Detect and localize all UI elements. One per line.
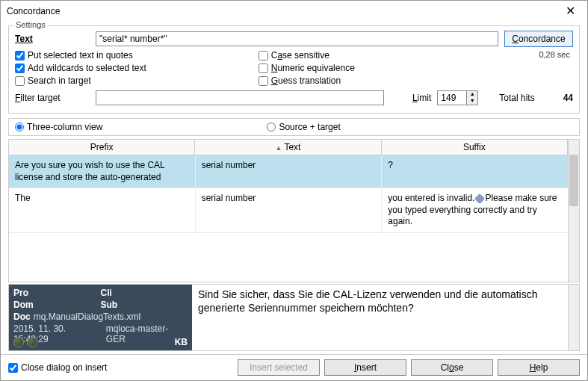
guess-trans-checkbox[interactable]: Guess translation (259, 75, 355, 86)
search-input[interactable] (96, 31, 498, 46)
put-quotes-checkbox[interactable]: Put selected text in quotes (15, 50, 146, 61)
cell-prefix: The (9, 188, 196, 232)
three-column-radio[interactable]: Three-column view (15, 122, 102, 132)
table-row[interactable]: The serial number you entered is invalid… (9, 188, 568, 233)
spin-up-icon[interactable]: ▲ (467, 91, 477, 98)
view-mode-row: Three-column view Source + target (8, 118, 580, 136)
cell-text: serial number (196, 155, 383, 188)
numeric-eq-checkbox[interactable]: Numeric equivalence (259, 63, 355, 73)
close-button[interactable]: Close (411, 359, 493, 376)
limit-label: Limit (412, 93, 431, 103)
limit-input[interactable] (437, 90, 467, 105)
timing-label: 0,28 sec (498, 50, 573, 59)
insert-selected-button[interactable]: Insert selected (238, 359, 320, 376)
spin-down-icon[interactable]: ▼ (467, 98, 477, 105)
meta-doc-label: Doc (13, 312, 31, 322)
search-target-checkbox[interactable]: Search in target (15, 75, 146, 86)
concordance-button[interactable]: Concordance (504, 31, 573, 47)
add-wildcards-checkbox[interactable]: Add wildcards to selected text (15, 63, 146, 73)
col-text[interactable]: Text (195, 140, 381, 155)
source-target-radio[interactable]: Source + target (267, 122, 340, 132)
window-title: Concordance (7, 6, 60, 16)
limit-stepper[interactable]: ▲▼ (437, 90, 478, 105)
meta-kb-label: KB (175, 337, 188, 347)
help-button[interactable]: Help (498, 359, 580, 376)
insert-button[interactable]: Insert (324, 359, 406, 376)
translation-scrollbar[interactable] (568, 285, 579, 350)
col-suffix[interactable]: Suffix (382, 140, 568, 155)
meta-cli-label: Cli (101, 288, 125, 298)
globe-icon (27, 337, 37, 347)
cell-suffix: ? (382, 155, 568, 188)
col-prefix[interactable]: Prefix (9, 140, 195, 155)
cell-suffix: you entered is invalid.Please make sure … (382, 188, 568, 232)
meta-dom-label: Dom (13, 300, 37, 310)
filter-label: Filter target (15, 93, 90, 103)
metadata-panel: Pro Cli Dom Sub Docmq.ManualDialogTexts.… (9, 285, 192, 350)
globe-icon (13, 337, 24, 347)
settings-group: Settings Text Concordance Put selected t… (8, 25, 580, 114)
results-table: Prefix Text Suffix Are you sure you wish… (8, 139, 580, 282)
detail-area: Pro Cli Dom Sub Docmq.ManualDialogTexts.… (8, 284, 580, 351)
case-sensitive-checkbox[interactable]: Case sensitive (259, 50, 355, 61)
text-label: Text (15, 34, 90, 44)
filter-input[interactable] (96, 90, 384, 105)
cell-prefix: Are you sure you wish to use the CAL lic… (9, 155, 196, 188)
total-hits-label: Total hits (499, 93, 534, 103)
table-scrollbar[interactable] (568, 155, 579, 282)
cell-text: serial number (196, 188, 383, 232)
settings-legend: Settings (13, 20, 48, 29)
close-icon[interactable]: ✕ (560, 4, 581, 18)
meta-sub-label: Sub (101, 300, 125, 310)
close-on-insert-checkbox[interactable]: Close dialog on insert (8, 362, 107, 373)
meta-doc-value: mq.ManualDialogTexts.xml (34, 312, 140, 322)
meta-pro-label: Pro (13, 288, 37, 298)
table-row[interactable]: Are you sure you wish to use the CAL lic… (9, 155, 568, 188)
total-hits-value: 44 (563, 93, 573, 103)
translation-text: Sind Sie sicher, dass Sie die CAL-Lizenz… (192, 285, 568, 350)
